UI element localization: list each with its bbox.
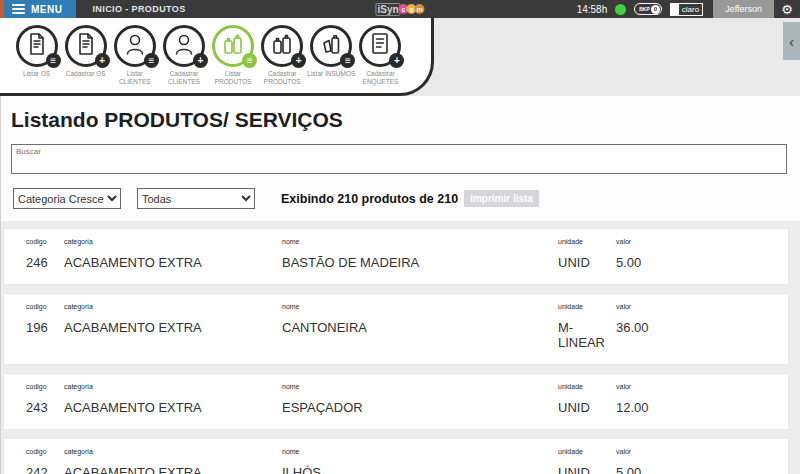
cell-valor: 12.00 [616,400,788,415]
settings-gear-icon[interactable]: ⚙ [774,0,800,18]
product-row[interactable]: codigo categoria nome unidade valor 196 … [4,294,788,364]
plus-badge-icon: + [95,53,110,68]
list-badge-icon: ≡ [340,53,355,68]
col-header-unidade: unidade [558,448,616,455]
col-header-valor: valor [616,383,788,390]
cell-nome: BASTÃO DE MADEIRA [282,255,558,270]
products-plus-icon [270,31,294,61]
status-indicator-icon [615,4,626,15]
col-header-unidade: unidade [558,383,616,390]
product-list: codigo categoria nome unidade valor 246 … [0,221,800,474]
col-header-nome: nome [282,448,558,455]
toolbar-item-listar-insumos[interactable]: ≡ Listar INSUMOS [307,25,356,93]
clock-label: 14:58h [577,4,608,15]
user-button[interactable]: Jefferson [713,0,774,18]
carrier-level-icon [671,3,679,16]
toolbar-item-listar-os[interactable]: ≡ Listar OS [12,25,61,93]
product-row[interactable]: codigo categoria nome unidade valor 243 … [4,374,788,429]
topbar-right: 14:58h BKP 0 claro Jefferson ⚙ [577,0,800,18]
cell-unidade: UNID [558,255,616,270]
col-header-codigo: codigo [26,303,64,310]
logo-text: iSyn [375,3,400,16]
category-select[interactable]: Todas [137,188,255,209]
toolbar-panel: ≡ Listar OS + Cadastrar OS ≡ Listar CLIE… [0,18,434,96]
cell-codigo: 243 [26,400,64,415]
app-logo: iSyn c o m [375,0,424,18]
document-plus-icon [74,31,98,61]
toolbar-item-listar-produtos[interactable]: ≡ Listar PRODUTOS [209,25,258,93]
col-header-categoria: categoria [64,303,282,310]
carrier-name: claro [682,5,699,14]
cell-categoria: ACABAMENTO EXTRA [64,255,282,270]
hamburger-icon [12,4,25,14]
toolbar-item-cadastrar-enquetes[interactable]: + Cadastrar ENQUETES [356,25,405,93]
logo-letter-m: m [415,4,425,14]
document-list-icon [25,31,49,61]
col-header-categoria: categoria [64,383,282,390]
plus-badge-icon: + [193,53,208,68]
col-header-categoria: categoria [64,448,282,455]
cell-categoria: ACABAMENTO EXTRA [64,465,282,474]
results-count: Exibindo 210 produtos de 210 [281,192,458,206]
chevron-left-icon: ‹ [789,33,794,50]
list-badge-icon: ≡ [242,53,257,68]
collapse-panel-tab[interactable]: ‹ [783,22,800,60]
toolbar-row: ≡ Listar OS + Cadastrar OS ≡ Listar CLIE… [0,18,800,96]
cell-unidade: M-LINEAR [558,320,616,350]
print-list-button[interactable]: imprimir lista [464,190,539,207]
col-header-nome: nome [282,303,558,310]
cell-valor: 5.00 [616,255,788,270]
cell-valor: 36.00 [616,320,788,350]
list-controls: Categoria Crescente Todas Exibindo 210 p… [13,188,788,209]
cell-nome: CANTONEIRA [282,320,558,350]
toolbar-item-cadastrar-produtos[interactable]: + Cadastrar PRODUTOS [258,25,307,93]
person-list-icon [123,31,147,61]
search-input[interactable] [11,144,787,174]
sort-select[interactable]: Categoria Crescente [13,188,121,209]
cell-categoria: ACABAMENTO EXTRA [64,400,282,415]
col-header-valor: valor [616,448,788,455]
col-header-unidade: unidade [558,238,616,245]
product-row[interactable]: codigo categoria nome unidade valor 242 … [4,439,788,474]
col-header-unidade: unidade [558,303,616,310]
backup-count: 0 [651,5,660,14]
list-badge-icon: ≡ [144,53,159,68]
plus-badge-icon: + [389,53,404,68]
col-header-codigo: codigo [26,383,64,390]
products-list-icon [221,31,245,61]
carrier-indicator: claro [670,3,703,16]
col-header-codigo: codigo [26,238,64,245]
backup-label: BKP [639,6,650,12]
breadcrumb: INICIO - PRODUTOS [92,4,185,14]
cell-nome: ILHÓS [282,465,558,474]
col-header-codigo: codigo [26,448,64,455]
cell-categoria: ACABAMENTO EXTRA [64,320,282,350]
col-header-categoria: categoria [64,238,282,245]
cell-codigo: 246 [26,255,64,270]
cell-valor: 5.00 [616,465,788,474]
plus-badge-icon: + [291,53,306,68]
toolbar-item-cadastrar-clientes[interactable]: + Cadastrar CLIENTES [159,25,208,93]
cell-unidade: UNID [558,465,616,474]
person-plus-icon [172,31,196,61]
col-header-valor: valor [616,238,788,245]
menu-label: MENU [31,4,62,15]
toolbar-item-listar-clientes[interactable]: ≡ Listar CLIENTES [110,25,159,93]
cell-codigo: 196 [26,320,64,350]
cell-unidade: UNID [558,400,616,415]
menu-button[interactable]: MENU [4,0,76,18]
product-row[interactable]: codigo categoria nome unidade valor 246 … [4,229,788,284]
col-header-valor: valor [616,303,788,310]
top-bar: MENU INICIO - PRODUTOS iSyn c o m 14:58h… [0,0,800,18]
list-badge-icon: ≡ [46,53,61,68]
col-header-nome: nome [282,383,558,390]
content-header: Listando PRODUTOS/ SERVIÇOS Categoria Cr… [0,96,800,221]
col-header-nome: nome [282,238,558,245]
toolbar-item-cadastrar-os[interactable]: + Cadastrar OS [61,25,110,93]
cell-nome: ESPAÇADOR [282,400,558,415]
page-title: Listando PRODUTOS/ SERVIÇOS [11,108,800,132]
cell-codigo: 242 [26,465,64,474]
backup-badge: BKP 0 [634,3,662,15]
